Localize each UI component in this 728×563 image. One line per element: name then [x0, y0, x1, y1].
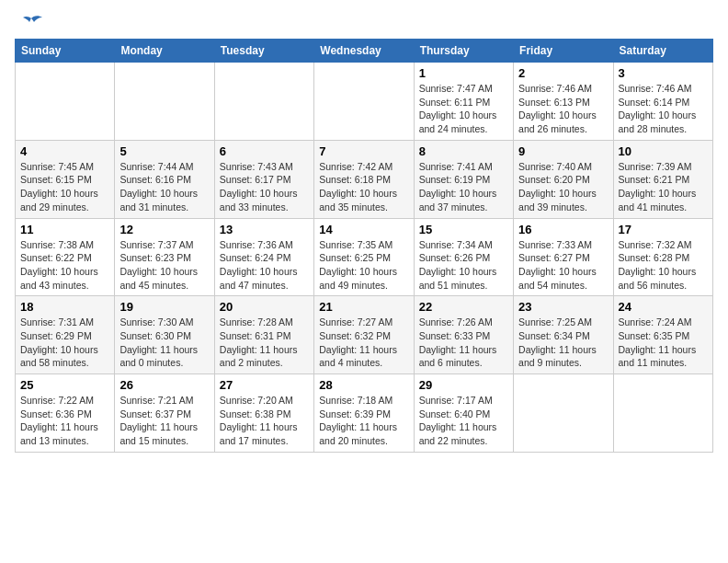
day-number: 20: [220, 300, 309, 314]
day-number: 1: [419, 66, 508, 80]
calendar-cell: 7Sunrise: 7:42 AM Sunset: 6:18 PM Daylig…: [314, 140, 414, 218]
calendar-cell: 14Sunrise: 7:35 AM Sunset: 6:25 PM Dayli…: [314, 218, 414, 296]
calendar-cell: 12Sunrise: 7:37 AM Sunset: 6:23 PM Dayli…: [115, 218, 214, 296]
calendar-cell: [214, 63, 313, 141]
day-number: 6: [220, 144, 309, 158]
day-info: Sunrise: 7:17 AM Sunset: 6:40 PM Dayligh…: [419, 394, 508, 448]
calendar-cell: 10Sunrise: 7:39 AM Sunset: 6:21 PM Dayli…: [613, 140, 712, 218]
day-info: Sunrise: 7:46 AM Sunset: 6:13 PM Dayligh…: [518, 82, 608, 136]
day-number: 22: [419, 300, 508, 314]
day-number: 19: [119, 300, 209, 314]
calendar-week-row: 1Sunrise: 7:47 AM Sunset: 6:11 PM Daylig…: [16, 63, 713, 141]
day-info: Sunrise: 7:34 AM Sunset: 6:26 PM Dayligh…: [419, 238, 508, 293]
calendar-cell: 26Sunrise: 7:21 AM Sunset: 6:37 PM Dayli…: [115, 374, 214, 453]
day-number: 25: [20, 378, 109, 392]
calendar-cell: 6Sunrise: 7:43 AM Sunset: 6:17 PM Daylig…: [214, 140, 313, 218]
weekday-header-friday: Friday: [514, 40, 613, 63]
logo: [15, 15, 44, 31]
day-number: 5: [119, 144, 209, 158]
day-number: 23: [518, 300, 608, 314]
day-number: 15: [419, 223, 508, 236]
day-info: Sunrise: 7:22 AM Sunset: 6:36 PM Dayligh…: [20, 394, 109, 448]
day-number: 28: [319, 378, 408, 392]
day-number: 29: [419, 378, 508, 392]
day-info: Sunrise: 7:40 AM Sunset: 6:20 PM Dayligh…: [518, 160, 608, 214]
calendar-cell: [115, 63, 214, 141]
day-number: 3: [619, 66, 708, 80]
calendar-week-row: 18Sunrise: 7:31 AM Sunset: 6:29 PM Dayli…: [16, 296, 713, 374]
calendar-week-row: 25Sunrise: 7:22 AM Sunset: 6:36 PM Dayli…: [16, 374, 713, 453]
day-info: Sunrise: 7:45 AM Sunset: 6:15 PM Dayligh…: [20, 160, 109, 214]
calendar-cell: 21Sunrise: 7:27 AM Sunset: 6:32 PM Dayli…: [314, 296, 414, 374]
calendar-cell: 25Sunrise: 7:22 AM Sunset: 6:36 PM Dayli…: [16, 374, 115, 453]
day-info: Sunrise: 7:31 AM Sunset: 6:29 PM Dayligh…: [20, 316, 109, 370]
calendar-cell: 4Sunrise: 7:45 AM Sunset: 6:15 PM Daylig…: [16, 140, 115, 218]
day-info: Sunrise: 7:37 AM Sunset: 6:23 PM Dayligh…: [119, 238, 209, 293]
calendar-cell: 17Sunrise: 7:32 AM Sunset: 6:28 PM Dayli…: [613, 218, 712, 296]
day-number: 9: [518, 144, 608, 158]
day-number: 17: [619, 223, 708, 236]
weekday-header-row: SundayMondayTuesdayWednesdayThursdayFrid…: [16, 40, 713, 63]
calendar-cell: 9Sunrise: 7:40 AM Sunset: 6:20 PM Daylig…: [514, 140, 613, 218]
calendar-cell: 20Sunrise: 7:28 AM Sunset: 6:31 PM Dayli…: [214, 296, 313, 374]
calendar-cell: [613, 374, 712, 453]
day-number: 2: [518, 66, 608, 80]
day-info: Sunrise: 7:38 AM Sunset: 6:22 PM Dayligh…: [20, 238, 109, 293]
day-info: Sunrise: 7:25 AM Sunset: 6:34 PM Dayligh…: [518, 316, 608, 370]
day-info: Sunrise: 7:24 AM Sunset: 6:35 PM Dayligh…: [619, 316, 708, 370]
day-info: Sunrise: 7:43 AM Sunset: 6:17 PM Dayligh…: [220, 160, 309, 214]
weekday-header-tuesday: Tuesday: [214, 40, 313, 63]
day-number: 18: [20, 300, 109, 314]
calendar-cell: 5Sunrise: 7:44 AM Sunset: 6:16 PM Daylig…: [115, 140, 214, 218]
calendar-cell: 22Sunrise: 7:26 AM Sunset: 6:33 PM Dayli…: [414, 296, 513, 374]
day-info: Sunrise: 7:33 AM Sunset: 6:27 PM Dayligh…: [518, 238, 608, 293]
day-info: Sunrise: 7:18 AM Sunset: 6:39 PM Dayligh…: [319, 394, 408, 448]
calendar-cell: 16Sunrise: 7:33 AM Sunset: 6:27 PM Dayli…: [514, 218, 613, 296]
day-number: 8: [419, 144, 508, 158]
calendar-cell: 3Sunrise: 7:46 AM Sunset: 6:14 PM Daylig…: [613, 63, 712, 141]
day-info: Sunrise: 7:36 AM Sunset: 6:24 PM Dayligh…: [220, 238, 309, 293]
calendar-cell: 2Sunrise: 7:46 AM Sunset: 6:13 PM Daylig…: [514, 63, 613, 141]
calendar-cell: 27Sunrise: 7:20 AM Sunset: 6:38 PM Dayli…: [214, 374, 313, 453]
calendar-cell: 1Sunrise: 7:47 AM Sunset: 6:11 PM Daylig…: [414, 63, 513, 141]
day-info: Sunrise: 7:46 AM Sunset: 6:14 PM Dayligh…: [619, 82, 708, 136]
calendar-cell: [16, 63, 115, 141]
calendar-week-row: 11Sunrise: 7:38 AM Sunset: 6:22 PM Dayli…: [16, 218, 713, 296]
day-number: 13: [220, 223, 309, 236]
day-info: Sunrise: 7:42 AM Sunset: 6:18 PM Dayligh…: [319, 160, 408, 214]
day-number: 24: [619, 300, 708, 314]
day-number: 7: [319, 144, 408, 158]
calendar-cell: 18Sunrise: 7:31 AM Sunset: 6:29 PM Dayli…: [16, 296, 115, 374]
weekday-header-monday: Monday: [115, 40, 214, 63]
calendar-cell: [314, 63, 414, 141]
calendar-cell: 28Sunrise: 7:18 AM Sunset: 6:39 PM Dayli…: [314, 374, 414, 453]
day-number: 12: [119, 223, 209, 236]
day-number: 4: [20, 144, 109, 158]
day-info: Sunrise: 7:44 AM Sunset: 6:16 PM Dayligh…: [119, 160, 209, 214]
calendar-table: SundayMondayTuesdayWednesdayThursdayFrid…: [15, 39, 713, 453]
day-info: Sunrise: 7:21 AM Sunset: 6:37 PM Dayligh…: [119, 394, 209, 448]
day-info: Sunrise: 7:47 AM Sunset: 6:11 PM Dayligh…: [419, 82, 508, 136]
weekday-header-sunday: Sunday: [16, 40, 115, 63]
calendar-cell: 15Sunrise: 7:34 AM Sunset: 6:26 PM Dayli…: [414, 218, 513, 296]
day-info: Sunrise: 7:32 AM Sunset: 6:28 PM Dayligh…: [619, 238, 708, 293]
day-info: Sunrise: 7:39 AM Sunset: 6:21 PM Dayligh…: [619, 160, 708, 214]
day-info: Sunrise: 7:35 AM Sunset: 6:25 PM Dayligh…: [319, 238, 408, 293]
day-info: Sunrise: 7:30 AM Sunset: 6:30 PM Dayligh…: [119, 316, 209, 370]
day-number: 21: [319, 300, 408, 314]
calendar-cell: 8Sunrise: 7:41 AM Sunset: 6:19 PM Daylig…: [414, 140, 513, 218]
day-info: Sunrise: 7:41 AM Sunset: 6:19 PM Dayligh…: [419, 160, 508, 214]
day-number: 26: [119, 378, 209, 392]
day-info: Sunrise: 7:20 AM Sunset: 6:38 PM Dayligh…: [220, 394, 309, 448]
weekday-header-saturday: Saturday: [613, 40, 712, 63]
calendar-cell: 29Sunrise: 7:17 AM Sunset: 6:40 PM Dayli…: [414, 374, 513, 453]
day-info: Sunrise: 7:26 AM Sunset: 6:33 PM Dayligh…: [419, 316, 508, 370]
page-header: [15, 15, 713, 31]
logo-bird-icon: [18, 15, 44, 35]
day-number: 14: [319, 223, 408, 236]
day-number: 11: [20, 223, 109, 236]
calendar-cell: 24Sunrise: 7:24 AM Sunset: 6:35 PM Dayli…: [613, 296, 712, 374]
day-info: Sunrise: 7:28 AM Sunset: 6:31 PM Dayligh…: [220, 316, 309, 370]
calendar-cell: 11Sunrise: 7:38 AM Sunset: 6:22 PM Dayli…: [16, 218, 115, 296]
day-number: 27: [220, 378, 309, 392]
